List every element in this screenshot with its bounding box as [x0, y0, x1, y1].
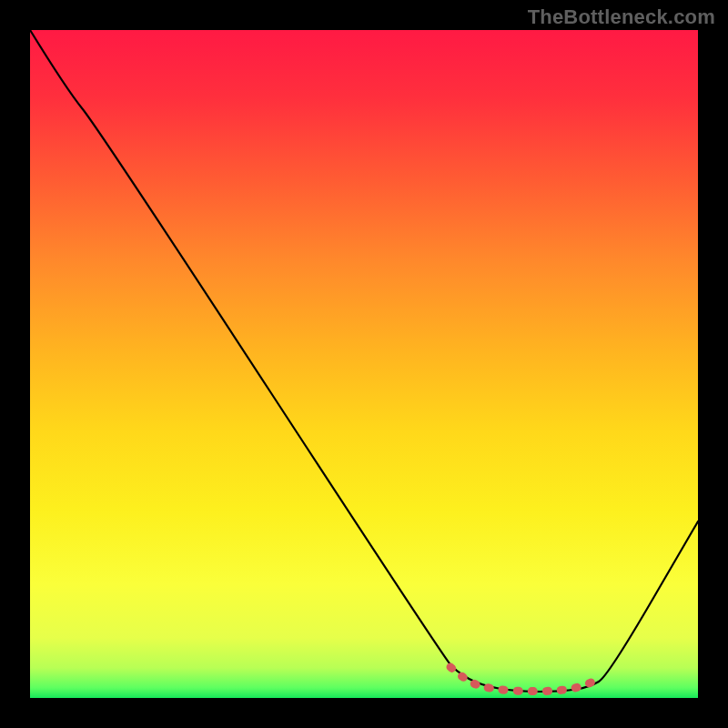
chart-frame: TheBottleneck.com — [0, 0, 728, 728]
plot-area — [30, 30, 698, 698]
watermark-text: TheBottleneck.com — [528, 5, 715, 29]
chart-svg — [30, 30, 698, 698]
gradient-background — [30, 30, 698, 698]
